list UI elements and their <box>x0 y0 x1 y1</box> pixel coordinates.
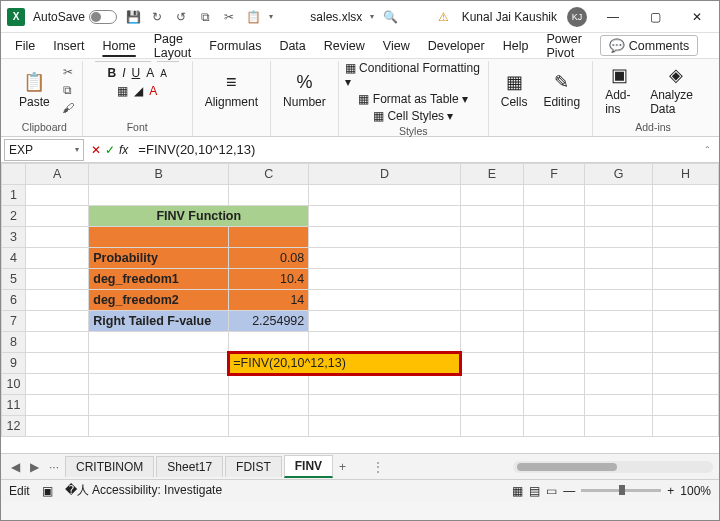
tab-finv[interactable]: FINV <box>284 455 333 478</box>
search-icon[interactable]: 🔍 <box>382 9 398 25</box>
undo-icon[interactable]: ↻ <box>149 9 165 25</box>
cut-icon[interactable]: ✂ <box>221 9 237 25</box>
format-painter-icon[interactable]: 🖌 <box>60 100 76 116</box>
accessibility-status[interactable]: �人 Accessibility: Investigate <box>65 482 222 499</box>
menu-help[interactable]: Help <box>503 39 529 53</box>
menu-developer[interactable]: Developer <box>428 39 485 53</box>
tab-nav-prev-icon[interactable]: ◀ <box>7 460 24 474</box>
zoom-in-button[interactable]: + <box>667 484 674 498</box>
row-1[interactable]: 1 <box>2 185 26 206</box>
view-break-icon[interactable]: ▭ <box>546 484 557 498</box>
analyze-button[interactable]: ◈Analyze Data <box>644 62 707 118</box>
conditional-formatting-button[interactable]: ▦ Conditional Formatting ▾ <box>345 61 482 89</box>
col-G[interactable]: G <box>584 164 652 185</box>
menu-file[interactable]: File <box>15 39 35 53</box>
tab-fdist[interactable]: FDIST <box>225 456 282 477</box>
cell-header[interactable]: FINV Function <box>89 206 309 227</box>
menu-formulas[interactable]: Formulas <box>209 39 261 53</box>
tab-critbinom[interactable]: CRITBINOM <box>65 456 154 477</box>
menu-power-pivot[interactable]: Power Pivot <box>546 32 581 60</box>
view-page-icon[interactable]: ▤ <box>529 484 540 498</box>
number-button[interactable]: %Number <box>277 70 332 111</box>
cell-df1[interactable]: deg_freedom1 <box>89 269 229 290</box>
alignment-button[interactable]: ≡Alignment <box>199 70 264 111</box>
row-3[interactable]: 3 <box>2 227 26 248</box>
formula-input[interactable]: =FINV(20,10^12,13) <box>132 142 696 157</box>
tab-nav-next-icon[interactable]: ▶ <box>26 460 43 474</box>
autosave-toggle[interactable]: AutoSave <box>33 10 117 24</box>
zoom-level[interactable]: 100% <box>680 484 711 498</box>
font-size-box[interactable] <box>157 61 179 62</box>
cut-small-icon[interactable]: ✂ <box>60 64 76 80</box>
row-5[interactable]: 5 <box>2 269 26 290</box>
cell-df1-value[interactable]: 10.4 <box>229 269 309 290</box>
italic-button[interactable]: I <box>122 66 125 80</box>
comments-button[interactable]: 💬 Comments <box>600 35 698 56</box>
menu-page-layout[interactable]: Page Layout <box>154 32 192 60</box>
cell-df2-value[interactable]: 14 <box>229 290 309 311</box>
active-cell[interactable]: =FINV(20,10^12,13) <box>229 353 461 374</box>
copy-small-icon[interactable]: ⧉ <box>60 82 76 98</box>
close-button[interactable]: ✕ <box>683 3 711 31</box>
row-9[interactable]: 9 <box>2 353 26 374</box>
menu-review[interactable]: Review <box>324 39 365 53</box>
row-12[interactable]: 12 <box>2 416 26 437</box>
cancel-formula-icon[interactable]: ✕ <box>91 143 101 157</box>
col-F[interactable]: F <box>524 164 585 185</box>
format-as-table-button[interactable]: ▦ Format as Table ▾ <box>358 92 468 106</box>
cell-c3[interactable] <box>229 227 309 248</box>
tab-sheet17[interactable]: Sheet17 <box>156 456 223 477</box>
toggle-off-icon[interactable] <box>89 10 117 24</box>
menu-insert[interactable]: Insert <box>53 39 84 53</box>
paste-button[interactable]: 📋Paste <box>13 69 56 111</box>
col-C[interactable]: C <box>229 164 309 185</box>
row-10[interactable]: 10 <box>2 374 26 395</box>
col-A[interactable]: A <box>26 164 89 185</box>
cell-df2[interactable]: deg_freedom2 <box>89 290 229 311</box>
qat-dropdown-icon[interactable]: ▾ <box>269 12 273 21</box>
maximize-button[interactable]: ▢ <box>641 3 669 31</box>
col-D[interactable]: D <box>309 164 461 185</box>
cell-rt-value[interactable]: 2.254992 <box>229 311 309 332</box>
save-icon[interactable]: 💾 <box>125 9 141 25</box>
menu-home[interactable]: Home <box>102 39 135 53</box>
zoom-out-button[interactable]: — <box>563 484 575 498</box>
tab-scroll-handle[interactable]: ⋮ <box>372 460 384 474</box>
worksheet-grid[interactable]: A B C D E F G H 1 2FINV Function 3 4Prob… <box>1 163 719 453</box>
paste-icon[interactable]: 📋 <box>245 9 261 25</box>
col-H[interactable]: H <box>653 164 719 185</box>
horizontal-scrollbar[interactable] <box>513 461 713 473</box>
border-icon[interactable]: ▦ <box>117 84 128 98</box>
cell-styles-button[interactable]: ▦ Cell Styles ▾ <box>373 109 453 123</box>
row-4[interactable]: 4 <box>2 248 26 269</box>
row-11[interactable]: 11 <box>2 395 26 416</box>
font-name-box[interactable] <box>95 61 151 62</box>
fx-icon[interactable]: fx <box>119 143 128 157</box>
cell-probability-value[interactable]: 0.08 <box>229 248 309 269</box>
fill-color-icon[interactable]: ◢ <box>134 84 143 98</box>
underline-button[interactable]: U <box>132 66 141 80</box>
select-all-corner[interactable] <box>2 164 26 185</box>
minimize-button[interactable]: — <box>599 3 627 31</box>
row-2[interactable]: 2 <box>2 206 26 227</box>
expand-formula-icon[interactable]: ⌃ <box>696 145 719 154</box>
filename[interactable]: sales.xlsx <box>310 10 362 24</box>
accept-formula-icon[interactable]: ✓ <box>105 143 115 157</box>
cell-b3[interactable] <box>89 227 229 248</box>
bold-button[interactable]: B <box>108 66 117 80</box>
tab-overflow[interactable]: ··· <box>45 460 63 474</box>
copy-icon[interactable]: ⧉ <box>197 9 213 25</box>
col-E[interactable]: E <box>460 164 523 185</box>
filename-chevron-icon[interactable]: ▾ <box>370 12 374 21</box>
addins-button[interactable]: ▣Add-ins <box>599 62 640 118</box>
row-6[interactable]: 6 <box>2 290 26 311</box>
font-increase-icon[interactable]: A <box>146 66 154 80</box>
zoom-slider[interactable] <box>581 489 661 492</box>
avatar[interactable]: KJ <box>567 7 587 27</box>
col-B[interactable]: B <box>89 164 229 185</box>
font-decrease-icon[interactable]: A <box>160 68 167 79</box>
redo-icon[interactable]: ↺ <box>173 9 189 25</box>
new-sheet-button[interactable]: + <box>335 460 350 474</box>
row-8[interactable]: 8 <box>2 332 26 353</box>
cell-probability[interactable]: Probability <box>89 248 229 269</box>
